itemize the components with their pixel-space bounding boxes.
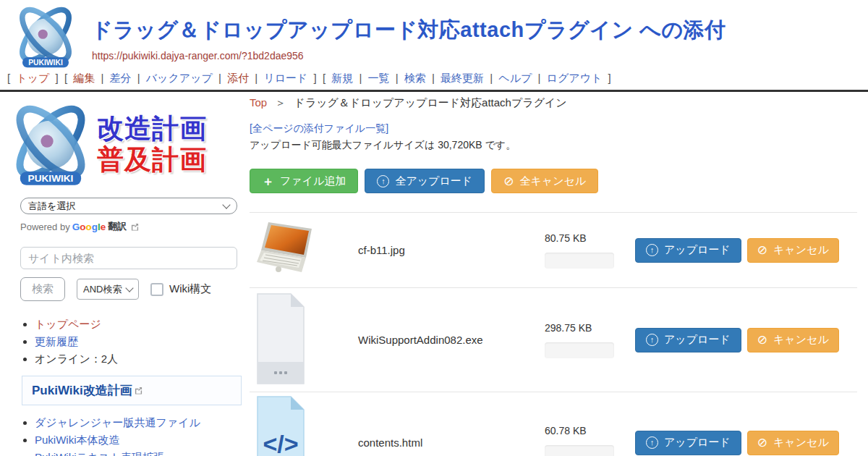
sidebar-logo[interactable]: PUKIWIKI 改造計画 普及計画 [6, 95, 244, 195]
logo-brand-text: PUKIWIKI [28, 59, 63, 67]
list-item: ダジャレンジャー版共通ファイル [35, 415, 244, 431]
nav-item-search[interactable]: 検索 [404, 72, 426, 84]
sidebar-top-links: トップページ 更新履歴 オンライン：2人 [22, 316, 244, 366]
breadcrumb-separator: ＞ [275, 96, 286, 109]
separator: | [359, 72, 362, 84]
ban-icon: ⊘ [503, 175, 514, 187]
upload-button[interactable]: ↑ アップロード [635, 431, 741, 455]
file-size-cell: 298.75 KB [545, 322, 635, 358]
upload-button[interactable]: ↑ アップロード [635, 238, 741, 263]
language-select[interactable]: 言語を選択 [20, 198, 237, 214]
nav-item-backup[interactable]: バックアップ [146, 72, 213, 84]
sidebar-plugin-links: ダジャレンジャー版共通ファイル PukiWiki本体改造 PukiWikiテキス… [22, 415, 244, 456]
bracket: [ [323, 72, 326, 84]
list-item: 更新履歴 [35, 334, 244, 350]
wiki-syntax-label: Wiki構文 [169, 282, 211, 296]
top-navbar: [ トップ ] [ 編集 | 差分 | バックアップ | 添付 | リロード ]… [0, 70, 868, 90]
chevron-down-icon [222, 200, 230, 208]
bracket: ] [56, 72, 59, 84]
nav-item-recent[interactable]: 最終更新 [441, 72, 484, 84]
file-size: 298.75 KB [545, 322, 635, 334]
search-mode-value: AND検索 [83, 283, 122, 296]
file-actions: ↑ アップロード ⊘ キャンセル [635, 238, 839, 263]
site-header: PUKIWIKI ドラッグ＆ドロップアップロード対応attachプラグイン への… [0, 0, 868, 70]
nav-item-attach[interactable]: 添付 [227, 72, 249, 84]
site-url-link[interactable]: https://pukiwiki.dajya-ranger.com/?1bd2d… [92, 50, 304, 62]
separator: | [218, 72, 221, 84]
file-name: contents.html [358, 436, 545, 449]
ban-icon: ⊘ [757, 244, 767, 256]
file-name: WikiSupportAddin082.exe [358, 334, 545, 346]
language-select-value: 言語を選択 [28, 200, 75, 213]
bracket: ] [314, 72, 317, 84]
separator: | [490, 72, 493, 84]
plus-icon: ＋ [262, 175, 274, 187]
upload-button[interactable]: ↑ アップロード [635, 328, 741, 352]
cancel-button[interactable]: ⊘ キャンセル [747, 431, 839, 455]
nav-item-help[interactable]: ヘルプ [498, 72, 532, 84]
pending-file-list: cf-b11.jpg 80.75 KB ↑ アップロード ⊘ キャンセル [250, 212, 857, 456]
nav-item-edit[interactable]: 編集 [73, 72, 95, 84]
sidebar-link-history[interactable]: 更新履歴 [35, 335, 78, 347]
ban-icon: ⊘ [757, 436, 767, 449]
sidebar-link-text-ext[interactable]: PukiWikiテキスト表現拡張 [35, 451, 164, 456]
online-count: オンライン：2人 [35, 352, 118, 365]
sidebar-link-core-mod[interactable]: PukiWiki本体改造 [35, 434, 120, 446]
powered-by-label: Powered by [20, 221, 70, 232]
google-translate-attribution: Powered by Google 翻訳 [20, 220, 244, 233]
sidebar-link-toppage[interactable]: トップページ [35, 318, 101, 330]
main-content: Top ＞ ドラッグ＆ドロップアップロード対応attachプラグイン [全ページ… [244, 92, 868, 456]
bracket: ] [608, 72, 611, 84]
upload-progress-bar [545, 342, 614, 358]
file-thumbnail-cell: </> [250, 396, 358, 456]
nav-item-reload[interactable]: リロード [263, 72, 307, 84]
sidebar-link-common-files[interactable]: ダジャレンジャー版共通ファイル [35, 416, 200, 428]
all-pages-attach-list-link[interactable]: [全ページの添付ファイル一覧] [250, 122, 388, 135]
search-mode-select[interactable]: AND検索 [77, 279, 139, 300]
sidebar: PUKIWIKI 改造計画 普及計画 言語を選択 Powered by Goog… [0, 92, 244, 456]
nav-item-top[interactable]: トップ [16, 72, 49, 84]
separator: | [255, 72, 258, 84]
add-file-button[interactable]: ＋ ファイル追加 [250, 169, 358, 193]
breadcrumb: Top ＞ ドラッグ＆ドロップアップロード対応attachプラグイン [250, 96, 857, 110]
upload-toolbar: ＋ ファイル追加 ↑ 全アップロード ⊘ 全キャンセル [250, 169, 857, 193]
upload-icon: ↑ [646, 334, 658, 346]
upload-progress-bar [545, 445, 614, 456]
svg-text:</>: </> [263, 430, 298, 456]
pukiwiki-atom-logo-icon[interactable]: PUKIWIKI [6, 3, 85, 71]
sidebar-section-box: PukiWiki改造計画 [22, 376, 242, 405]
wiki-syntax-checkbox[interactable] [150, 283, 163, 296]
upload-icon: ↑ [377, 175, 389, 187]
separator: | [432, 72, 435, 84]
cancel-all-button[interactable]: ⊘ 全キャンセル [491, 169, 598, 193]
list-item: PukiWiki本体改造 [35, 432, 244, 448]
list-item: トップページ [35, 316, 244, 332]
chevron-down-icon [125, 284, 133, 292]
search-controls: 検索 AND検索 Wiki構文 [20, 277, 244, 301]
separator: | [396, 72, 399, 84]
separator: | [101, 72, 103, 84]
file-size-cell: 80.75 KB [545, 232, 635, 269]
cancel-button[interactable]: ⊘ キャンセル [747, 238, 839, 263]
site-search-input[interactable] [20, 247, 237, 269]
file-actions: ↑ アップロード ⊘ キャンセル [635, 431, 839, 455]
nav-item-list[interactable]: 一覧 [368, 72, 390, 84]
file-row: </> contents.html 60.78 KB ↑ アップロード ⊘ キャ… [250, 392, 857, 456]
pukiwiki-kaizou-link[interactable]: PukiWiki改造計画 [32, 384, 132, 397]
html-file-icon: </> [257, 396, 305, 456]
translate-label[interactable]: 翻訳 [108, 220, 127, 233]
bracket: [ [64, 72, 67, 84]
nav-item-new[interactable]: 新規 [331, 72, 353, 84]
file-row: WikiSupportAddin082.exe 298.75 KB ↑ アップロ… [250, 288, 857, 392]
breadcrumb-current: ドラッグ＆ドロップアップロード対応attachプラグイン [294, 96, 567, 109]
cancel-button[interactable]: ⊘ キャンセル [747, 328, 839, 352]
sidebar-logo-text: 改造計画 普及計画 [97, 114, 207, 175]
nav-item-logout[interactable]: ログアウト [547, 72, 603, 84]
breadcrumb-top-link[interactable]: Top [250, 96, 267, 109]
file-actions: ↑ アップロード ⊘ キャンセル [635, 328, 839, 352]
nav-item-diff[interactable]: 差分 [110, 72, 132, 84]
upload-all-button[interactable]: ↑ 全アップロード [365, 169, 485, 193]
google-logo: Google [72, 221, 106, 232]
generic-file-icon [257, 293, 305, 384]
search-button[interactable]: 検索 [20, 277, 65, 301]
